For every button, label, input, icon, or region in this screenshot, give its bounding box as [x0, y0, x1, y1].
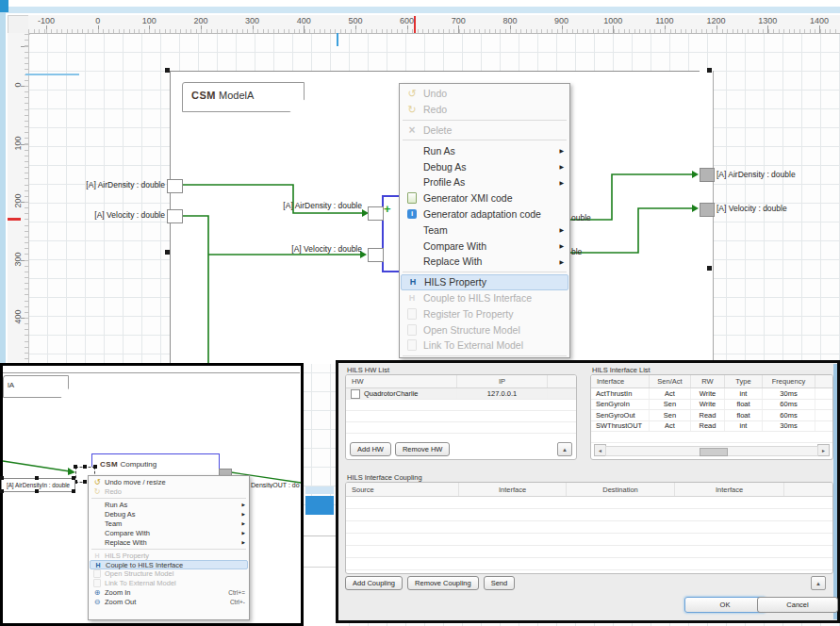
menu-item-hils-property[interactable]: HILS Property	[90, 551, 248, 560]
menu-item-delete[interactable]: Delete	[401, 123, 568, 139]
selection-handle[interactable]	[0, 476, 4, 480]
menu-item-redo[interactable]: Redo	[90, 487, 248, 497]
menu-item-generator-adaptation-code[interactable]: Generator adaptation code	[401, 206, 568, 222]
submenu-arrow-icon: ▶	[242, 540, 245, 545]
add-coupling-button[interactable]: Add Coupling	[345, 576, 403, 590]
menu-item-replace-with[interactable]: Replace With▶	[401, 254, 568, 270]
port[interactable]	[167, 179, 183, 193]
table-row[interactable]: QuadrotorCharlie127.0.0.1	[346, 388, 576, 400]
collapse-button[interactable]: ▲	[557, 442, 572, 456]
menu-item-link-to-external-model[interactable]: Link To External Model	[90, 579, 248, 588]
selection-handle[interactable]	[707, 266, 712, 271]
menu-item-undo[interactable]: Undo	[401, 86, 568, 102]
menu-item-couple-to-hils-interface[interactable]: Couple to HILS Interface	[401, 290, 568, 306]
collapse-button[interactable]: ▲	[811, 576, 826, 590]
table-row[interactable]: SenGyroOutSenReadfloat60ms	[591, 410, 832, 421]
column-header[interactable]: Interface	[591, 375, 650, 387]
scrollbar-track[interactable]	[605, 446, 818, 456]
column-header[interactable]: Interface	[675, 483, 784, 496]
selection-handle[interactable]	[35, 476, 39, 480]
column-header[interactable]: IP	[457, 375, 548, 387]
remove-coupling-button[interactable]: Remove Coupling	[407, 576, 479, 590]
cell: 30ms	[763, 421, 815, 432]
menu-item-zoom-in[interactable]: Zoom InCtrl+=	[90, 588, 248, 598]
selection-handle[interactable]	[72, 489, 75, 493]
selection-handle[interactable]	[74, 465, 77, 469]
ok-button[interactable]: OK	[684, 597, 766, 613]
table-row[interactable]: SWThrustOUTActReadint30ms	[591, 421, 832, 433]
selection-handle[interactable]	[83, 465, 87, 469]
menu-item-redo[interactable]: Redo	[401, 102, 568, 118]
column-header[interactable]: Source	[346, 483, 459, 496]
menu-item-undo-move-resize[interactable]: Undo move / resize	[90, 478, 248, 487]
menu-item-link-to-external-model[interactable]: Link To External Model	[401, 338, 568, 354]
menu-item-team[interactable]: Team▶	[90, 519, 248, 529]
menu-item-couple-to-hils-interface[interactable]: Couple to HILS Interface	[90, 560, 248, 569]
menu-item-replace-with[interactable]: Replace With▶	[90, 537, 248, 547]
model-tab-label: CSM ModelA	[191, 90, 254, 101]
send-button[interactable]: Send	[484, 576, 516, 590]
ruler-label: 1000	[603, 16, 622, 25]
selection-handle[interactable]	[72, 476, 75, 480]
menu-item-register-to-property[interactable]: Register To Property	[401, 305, 568, 321]
menu-item-label: Compare With	[423, 240, 486, 252]
menu-item-run-as[interactable]: Run As▶	[401, 142, 568, 158]
column-header[interactable]: Sen/Act	[650, 375, 691, 387]
mini-model-tab: lA	[3, 375, 69, 398]
left-edge-strip	[0, 12, 6, 363]
model-tab[interactable]: CSM ModelA	[182, 82, 305, 112]
add-hw-button[interactable]: Add HW	[350, 442, 391, 456]
selection-handle[interactable]	[93, 465, 97, 469]
remove-hw-button[interactable]: Remove HW	[395, 442, 451, 456]
coupling-buttons-row: Add CouplingRemove CouplingSend	[345, 576, 515, 590]
table-row-empty	[346, 411, 576, 422]
port[interactable]	[368, 248, 384, 262]
selection-handle[interactable]	[83, 480, 87, 484]
port-label: [A] Velocity : double	[716, 204, 787, 213]
port[interactable]	[368, 206, 384, 221]
column-header[interactable]: Frequency	[763, 375, 815, 387]
horizontal-ruler[interactable]: -100010020030040050060070080090010001100…	[28, 15, 840, 34]
cancel-button[interactable]: Cancel	[757, 597, 838, 613]
column-header[interactable]: HW	[346, 375, 457, 387]
selection-handle[interactable]	[165, 68, 170, 73]
menu-item-open-structure-model[interactable]: Open Structure Model	[90, 569, 248, 579]
port[interactable]	[700, 168, 715, 182]
menu-item-open-structure-model[interactable]: Open Structure Model	[401, 321, 568, 338]
undo-icon	[405, 88, 419, 100]
scrollbar-thumb[interactable]	[700, 448, 728, 456]
table-row[interactable]: SenGyroInSenWritefloat60ms	[591, 400, 832, 411]
column-header[interactable]: Destination	[567, 483, 675, 496]
menu-item-team[interactable]: Team▶	[401, 222, 568, 238]
hw-name: QuadrotorCharlie	[364, 389, 419, 398]
menu-item-compare-with[interactable]: Compare With▶	[90, 528, 248, 537]
column-header[interactable]: RW	[691, 375, 725, 387]
menu-item-compare-with[interactable]: Compare With▶	[401, 238, 568, 254]
menu-item-debug-as[interactable]: Debug As▶	[90, 510, 248, 519]
menu-item-debug-as[interactable]: Debug As▶	[401, 158, 568, 174]
interface-list-title: HILS Interface List	[592, 366, 651, 374]
column-header[interactable]: Interface	[459, 483, 567, 496]
ruler-label: 300	[13, 250, 23, 269]
selection-handle[interactable]	[0, 489, 4, 493]
menu-item-generator-xmi-code[interactable]: Generator XMI code	[401, 190, 568, 206]
menu-item-run-as[interactable]: Run As▶	[90, 501, 248, 510]
selection-handle[interactable]	[707, 68, 712, 73]
add-port-icon[interactable]: +	[384, 202, 391, 216]
vertical-ruler[interactable]: 0100200300400	[8, 33, 29, 363]
selection-handle[interactable]	[165, 250, 170, 255]
selection-handle[interactable]	[35, 489, 39, 493]
interface-table-header: InterfaceSen/ActRWTypeFrequency	[591, 375, 832, 388]
table-row[interactable]: ActThrustInActWriteint30ms	[591, 388, 832, 400]
ruler-label: 0	[13, 75, 23, 94]
menu-item-hils-property[interactable]: HILS Property	[401, 274, 568, 290]
menu-item-profile-as[interactable]: Profile As▶	[401, 174, 568, 190]
port[interactable]	[167, 209, 183, 223]
scroll-right-icon[interactable]: ►	[817, 444, 830, 456]
menu-item-zoom-out[interactable]: Zoom OutCtrl+-	[90, 598, 248, 607]
column-header[interactable]: Type	[725, 375, 763, 387]
port[interactable]	[700, 203, 715, 217]
checkbox[interactable]	[351, 389, 360, 399]
ruler-red-marker-v	[8, 218, 21, 221]
menu-item-label: Open Structure Model	[423, 324, 520, 336]
